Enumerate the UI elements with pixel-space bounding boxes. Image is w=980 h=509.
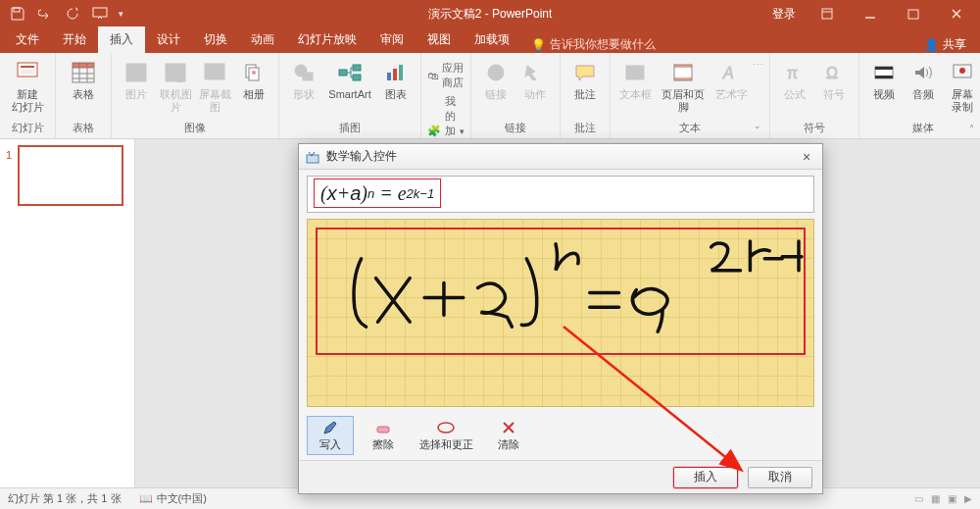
chart-button[interactable]: 图表: [377, 55, 415, 101]
start-slideshow-icon[interactable]: [86, 0, 114, 27]
ribbon-options-icon[interactable]: [808, 0, 847, 27]
group-text: 文本: [616, 119, 763, 138]
status-slide-info: 幻灯片 第 1 张，共 1 张: [8, 491, 122, 506]
tab-view[interactable]: 视图: [416, 26, 463, 53]
equation-preview-text: (x + a)n = e2k−1: [314, 178, 441, 208]
tell-me-search[interactable]: 💡 告诉我你想要做什么: [521, 36, 665, 53]
lasso-icon: [436, 419, 456, 436]
store-icon: 🛍: [427, 70, 438, 81]
svg-point-18: [252, 71, 256, 75]
svg-rect-2: [822, 9, 832, 19]
qat-customize-icon[interactable]: ▾: [114, 0, 127, 27]
save-icon[interactable]: [4, 0, 31, 27]
collapse-ribbon-icon[interactable]: ˄: [969, 124, 974, 134]
dialog-footer: 插入 取消: [299, 460, 822, 493]
equation-icon: π: [781, 59, 808, 86]
screenshot-icon: [201, 59, 228, 86]
svg-text:Ω: Ω: [826, 65, 838, 81]
chart-icon: [382, 59, 410, 86]
symbol-icon: Ω: [820, 59, 848, 86]
close-icon[interactable]: [937, 0, 976, 27]
equation-button[interactable]: π公式: [776, 55, 813, 101]
headerfooter-button[interactable]: 页眉和页脚: [656, 55, 710, 114]
group-illust: 插图: [285, 119, 415, 138]
tool-write[interactable]: 写入: [307, 416, 354, 455]
online-picture-button[interactable]: 联机图片: [157, 55, 194, 114]
dialog-body: (x + a)n = e2k−1: [299, 170, 822, 460]
eraser-icon: [375, 419, 391, 436]
group-comments: 批注: [566, 119, 604, 138]
action-button[interactable]: 动作: [516, 55, 554, 101]
dialog-toolbar: 写入 擦除 选择和更正 清除: [307, 413, 814, 456]
status-lang[interactable]: 📖中文(中国): [139, 491, 207, 506]
dialog-titlebar[interactable]: 数学输入控件 ×: [299, 144, 822, 170]
comment-button[interactable]: 批注: [566, 55, 604, 101]
picture-button[interactable]: 图片: [118, 55, 155, 101]
slide-thumb-1[interactable]: 1: [6, 145, 128, 206]
wordart-button[interactable]: A艺术字: [712, 55, 750, 101]
video-button[interactable]: 视频: [865, 55, 903, 101]
tab-review[interactable]: 审阅: [368, 26, 416, 53]
cancel-button[interactable]: 取消: [748, 467, 812, 488]
textbox-button[interactable]: A文本框: [616, 55, 654, 101]
view-sorter-icon[interactable]: ▦: [931, 493, 940, 504]
audio-button[interactable]: 音频: [905, 55, 942, 101]
svg-rect-9: [73, 63, 94, 68]
tell-me-label: 告诉我你想要做什么: [550, 36, 656, 53]
tab-insert[interactable]: 插入: [98, 26, 145, 53]
shapes-icon: [290, 59, 318, 86]
svg-rect-22: [353, 65, 361, 71]
tool-select-correct[interactable]: 选择和更正: [413, 416, 479, 455]
tab-addin[interactable]: 加载项: [463, 26, 521, 53]
math-input-icon: [305, 149, 320, 165]
title-bar: ▾ 演示文稿2 - PowerPoint 登录: [0, 0, 980, 27]
tab-home[interactable]: 开始: [51, 26, 98, 53]
dialog-close-button[interactable]: ×: [797, 149, 816, 165]
tab-file[interactable]: 文件: [4, 26, 51, 53]
text-more-button[interactable]: ⋯: [752, 55, 763, 72]
redo-icon[interactable]: [59, 0, 86, 27]
view-normal-icon[interactable]: ▭: [914, 493, 923, 504]
shapes-button[interactable]: 形状: [285, 55, 322, 101]
group-links: 链接: [477, 119, 554, 138]
wordart-icon: A: [717, 59, 745, 86]
svg-rect-25: [393, 69, 397, 80]
tool-erase[interactable]: 擦除: [360, 416, 407, 455]
link-button[interactable]: 链接: [477, 55, 514, 101]
share-button[interactable]: 👤 共享: [910, 36, 980, 53]
tab-animation[interactable]: 动画: [239, 26, 286, 53]
ink-canvas[interactable]: [307, 219, 814, 407]
login-link[interactable]: 登录: [764, 6, 804, 23]
online-picture-icon: [162, 59, 189, 86]
tool-clear[interactable]: 清除: [485, 416, 532, 455]
album-button[interactable]: 相册: [235, 55, 272, 101]
group-tables: 表格: [62, 119, 105, 138]
view-slideshow-icon[interactable]: ▶: [964, 493, 972, 504]
tab-design[interactable]: 设计: [145, 26, 192, 53]
svg-text:A: A: [631, 66, 639, 79]
maximize-icon[interactable]: [894, 0, 933, 27]
table-button[interactable]: 表格: [62, 55, 105, 101]
svg-rect-10: [126, 64, 146, 81]
minimize-icon[interactable]: [851, 0, 890, 27]
svg-point-11: [130, 68, 134, 72]
new-slide-button[interactable]: 新建 幻灯片: [6, 55, 49, 114]
svg-text:π: π: [787, 65, 798, 81]
group-images: 图像: [118, 119, 272, 138]
screenshot-button[interactable]: 屏幕截图: [196, 55, 233, 114]
svg-rect-6: [21, 66, 34, 68]
screenrec-button[interactable]: 屏幕 录制: [944, 55, 980, 114]
tab-slideshow[interactable]: 幻灯片放映: [286, 26, 368, 53]
insert-button[interactable]: 插入: [673, 467, 738, 488]
store-button[interactable]: 🛍应用商店: [427, 61, 465, 90]
undo-icon[interactable]: [31, 0, 59, 27]
tab-transition[interactable]: 切换: [192, 26, 239, 53]
view-reading-icon[interactable]: ▣: [948, 493, 956, 504]
svg-point-40: [959, 68, 965, 74]
group-media: 媒体: [865, 119, 980, 138]
symbol-button[interactable]: Ω符号: [815, 55, 853, 101]
svg-text:A: A: [722, 65, 734, 81]
smartart-button[interactable]: SmartArt: [324, 55, 375, 101]
addin-icon: 🧩: [427, 125, 441, 137]
thumb-number: 1: [6, 145, 12, 206]
